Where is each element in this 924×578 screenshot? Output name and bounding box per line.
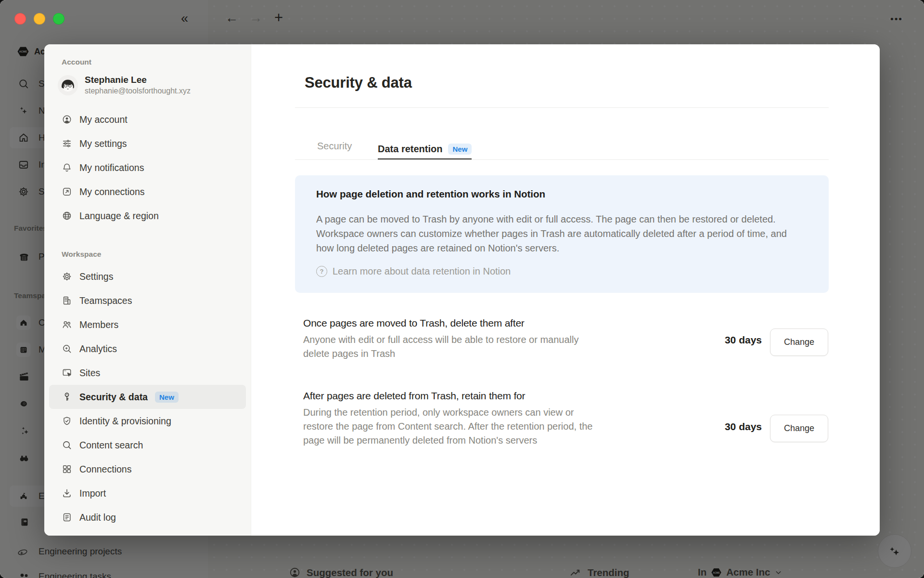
new-badge: New	[448, 144, 472, 155]
page-title: Security & data	[305, 74, 412, 92]
new-badge: New	[155, 392, 179, 403]
window-controls	[14, 13, 64, 25]
retention-period-setting: After pages are deleted from Trash, reta…	[303, 390, 611, 447]
change-trash-delete-button[interactable]: Change	[770, 328, 828, 356]
settings-nav-audit-log[interactable]: Audit log	[44, 505, 251, 529]
settings-nav-sites[interactable]: Sites	[44, 361, 251, 385]
settings-nav-security-data[interactable]: Security & data New	[49, 385, 246, 409]
settings-nav-identity-provisioning[interactable]: Identity & provisioning	[44, 409, 251, 433]
analytics-icon	[62, 343, 72, 354]
settings-nav-import[interactable]: Import	[44, 481, 251, 505]
settings-nav-my-notifications[interactable]: My notifications	[44, 156, 251, 180]
learn-more-link[interactable]: ? Learn more about data retention in Not…	[316, 266, 808, 277]
zoom-button[interactable]	[53, 13, 64, 25]
avatar	[58, 75, 78, 95]
account-user-row[interactable]: Stephanie Lee stephanie@toolsforthought.…	[58, 74, 251, 96]
notion-window: ACME Acme Inc Search Notion AI Home Inbo…	[0, 0, 924, 578]
trash-delete-value: 30 days	[725, 334, 762, 346]
gear-icon	[62, 271, 72, 282]
settings-modal: Account Stephanie Lee stephanie@toolsfor…	[44, 44, 880, 536]
callout-body: A page can be moved to Trash by anyone w…	[316, 212, 793, 255]
person-circle-icon	[62, 114, 72, 125]
title-divider	[295, 107, 829, 108]
change-retention-period-button[interactable]: Change	[770, 415, 828, 442]
members-icon	[62, 319, 72, 330]
search-icon	[62, 440, 72, 450]
tab-security[interactable]: Security	[317, 141, 352, 152]
globe-icon	[62, 210, 72, 221]
settings-nav-my-settings[interactable]: My settings	[44, 131, 251, 156]
settings-sidebar: Account Stephanie Lee stephanie@toolsfor…	[44, 44, 251, 536]
import-icon	[62, 488, 72, 499]
tabs-divider	[295, 159, 829, 160]
minimize-button[interactable]	[34, 13, 45, 25]
settings-nav-members[interactable]: Members	[44, 313, 251, 337]
arrow-out-icon	[62, 186, 72, 197]
settings-content: Security & data Security Data retention …	[251, 44, 880, 536]
close-button[interactable]	[14, 13, 26, 25]
settings-nav-content-search[interactable]: Content search	[44, 433, 251, 457]
setting-description: Anyone with edit or full access will be …	[303, 333, 597, 361]
setting-heading: After pages are deleted from Trash, reta…	[303, 390, 611, 402]
retention-info-callout: How page deletion and retention works in…	[295, 175, 829, 293]
settings-nav-settings[interactable]: Settings	[44, 264, 251, 289]
help-circle-icon: ?	[316, 266, 327, 277]
bell-icon	[62, 162, 72, 173]
setting-description: During the retention period, only worksp…	[303, 406, 597, 447]
audit-log-icon	[62, 512, 72, 523]
account-section-label: Account	[62, 58, 251, 66]
sites-icon	[62, 368, 72, 378]
trash-delete-setting: Once pages are moved to Trash, delete th…	[303, 317, 611, 361]
grid-icon	[62, 464, 72, 474]
sliders-icon	[62, 138, 72, 149]
settings-nav-language-region[interactable]: Language & region	[44, 204, 251, 228]
settings-nav-my-connections[interactable]: My connections	[44, 180, 251, 204]
setting-heading: Once pages are moved to Trash, delete th…	[303, 317, 611, 329]
key-icon	[62, 392, 72, 402]
user-name: Stephanie Lee	[85, 74, 191, 85]
workspace-section-label: Workspace	[62, 250, 251, 259]
workspace-items: Settings Teamspaces Members Analytics Si…	[44, 264, 251, 529]
settings-nav-analytics[interactable]: Analytics	[44, 337, 251, 361]
user-email: stephanie@toolsforthought.xyz	[85, 86, 191, 96]
callout-heading: How page deletion and retention works in…	[316, 188, 808, 200]
account-items: My account My settings My notifications …	[44, 107, 251, 228]
settings-nav-teamspaces[interactable]: Teamspaces	[44, 289, 251, 313]
shield-check-icon	[62, 416, 72, 426]
retention-period-value: 30 days	[725, 421, 762, 433]
tab-data-retention[interactable]: Data retention New	[378, 141, 472, 160]
settings-nav-connections[interactable]: Connections	[44, 457, 251, 481]
settings-nav-my-account[interactable]: My account	[44, 107, 251, 131]
building-icon	[62, 295, 72, 306]
